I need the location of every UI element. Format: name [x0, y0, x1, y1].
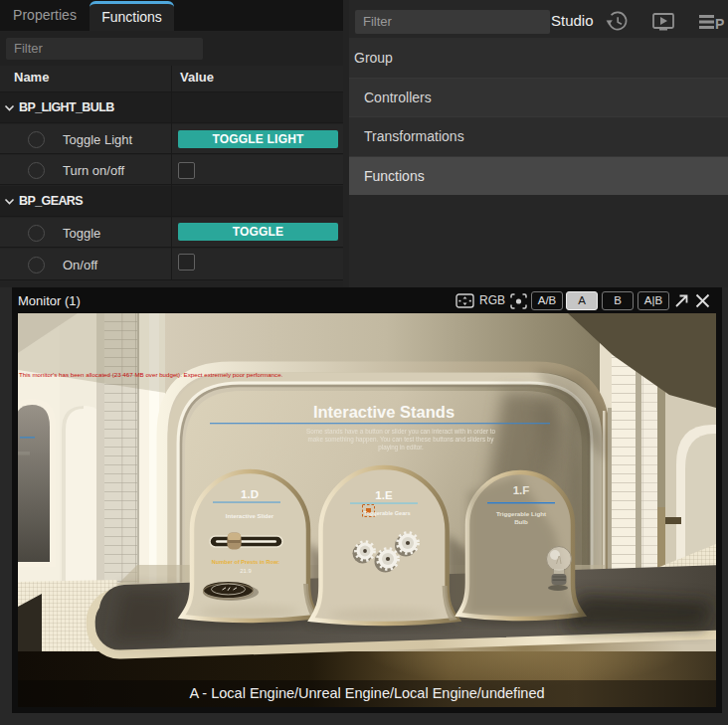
svg-text:Triggerable Light: Triggerable Light — [496, 510, 546, 517]
svg-text:Bulb: Bulb — [514, 518, 528, 525]
svg-text:Interactive Slider: Interactive Slider — [226, 513, 274, 519]
svg-text:Interactive Stands: Interactive Stands — [313, 403, 455, 421]
svg-text:21.9: 21.9 — [240, 568, 251, 574]
svg-text:1.D: 1.D — [241, 488, 259, 500]
svg-text:Number of Prests in Row:: Number of Prests in Row: — [212, 559, 280, 565]
svg-text:make something happen. You can: make something happen. You can test thes… — [308, 436, 495, 444]
svg-text:Some stands have a button or s: Some stands have a button or slider you … — [306, 428, 496, 436]
svg-text:1.E: 1.E — [375, 489, 393, 501]
svg-text:playing in editor.: playing in editor. — [378, 444, 424, 452]
svg-text:This monitor's has been alloca: This monitor's has been allocated (23 46… — [19, 371, 283, 378]
svg-text:1.F: 1.F — [513, 484, 530, 496]
svg-text:Toggerable Gears: Toggerable Gears — [363, 510, 410, 516]
svg-text:P: P — [715, 16, 724, 32]
